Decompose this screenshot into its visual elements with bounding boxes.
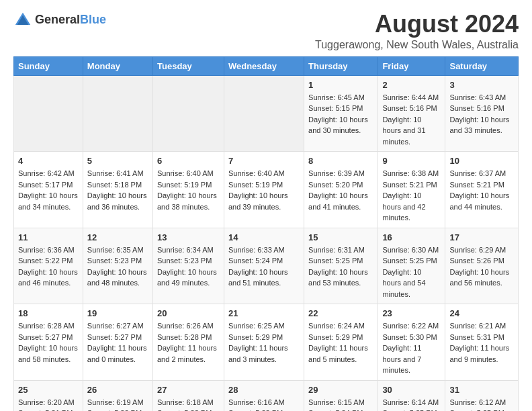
logo: GeneralBlue — [13, 11, 106, 30]
table-row: 16 Sunrise: 6:30 AMSunset: 5:25 PMDaylig… — [378, 228, 445, 304]
table-row: 26 Sunrise: 6:19 AMSunset: 5:32 PMDaylig… — [83, 380, 152, 411]
table-row: 3 Sunrise: 6:43 AMSunset: 5:16 PMDayligh… — [445, 75, 519, 152]
day-info: Sunrise: 6:14 AMSunset: 5:35 PMDaylight:… — [382, 397, 441, 411]
calendar-week-row: 25 Sunrise: 6:20 AMSunset: 5:31 PMDaylig… — [14, 380, 519, 411]
day-info: Sunrise: 6:42 AMSunset: 5:17 PMDaylight:… — [18, 168, 79, 212]
table-row: 8 Sunrise: 6:39 AMSunset: 5:20 PMDayligh… — [304, 152, 378, 228]
day-info: Sunrise: 6:26 AMSunset: 5:28 PMDaylight:… — [157, 320, 220, 365]
day-info: Sunrise: 6:36 AMSunset: 5:22 PMDaylight:… — [18, 244, 79, 289]
day-number: 10 — [449, 156, 514, 166]
day-number: 14 — [228, 232, 300, 242]
table-row: 12 Sunrise: 6:35 AMSunset: 5:23 PMDaylig… — [83, 228, 152, 304]
title-block: August 2024 Tuggerawong, New South Wales… — [315, 11, 519, 51]
day-info: Sunrise: 6:15 AMSunset: 5:34 PMDaylight:… — [308, 397, 373, 411]
day-info: Sunrise: 6:45 AMSunset: 5:15 PMDaylight:… — [308, 92, 373, 136]
day-number: 1 — [308, 80, 373, 90]
calendar-week-row: 18 Sunrise: 6:28 AMSunset: 5:27 PMDaylig… — [14, 304, 519, 381]
table-row: 21 Sunrise: 6:25 AMSunset: 5:29 PMDaylig… — [224, 304, 304, 381]
day-info: Sunrise: 6:16 AMSunset: 5:33 PMDaylight:… — [228, 397, 300, 411]
day-number: 6 — [157, 156, 220, 166]
calendar-header-row: Sunday Monday Tuesday Wednesday Thursday… — [14, 56, 519, 75]
day-number: 16 — [382, 232, 441, 242]
table-row: 24 Sunrise: 6:21 AMSunset: 5:31 PMDaylig… — [445, 304, 519, 381]
day-info: Sunrise: 6:34 AMSunset: 5:23 PMDaylight:… — [157, 244, 220, 289]
table-row: 23 Sunrise: 6:22 AMSunset: 5:30 PMDaylig… — [378, 304, 445, 381]
day-number: 19 — [87, 308, 148, 318]
table-row — [224, 75, 304, 152]
table-row: 7 Sunrise: 6:40 AMSunset: 5:19 PMDayligh… — [224, 152, 304, 228]
day-number: 31 — [449, 385, 514, 395]
table-row: 22 Sunrise: 6:24 AMSunset: 5:29 PMDaylig… — [304, 304, 378, 381]
table-row: 30 Sunrise: 6:14 AMSunset: 5:35 PMDaylig… — [378, 380, 445, 411]
logo-text: GeneralBlue — [35, 13, 106, 27]
day-info: Sunrise: 6:19 AMSunset: 5:32 PMDaylight:… — [87, 397, 148, 411]
day-info: Sunrise: 6:40 AMSunset: 5:19 PMDaylight:… — [228, 168, 300, 212]
day-number: 9 — [382, 156, 441, 166]
day-number: 12 — [87, 232, 148, 242]
day-number: 20 — [157, 308, 220, 318]
table-row: 15 Sunrise: 6:31 AMSunset: 5:25 PMDaylig… — [304, 228, 378, 304]
day-number: 28 — [228, 385, 300, 395]
table-row — [153, 75, 224, 152]
table-row: 2 Sunrise: 6:44 AMSunset: 5:16 PMDayligh… — [378, 75, 445, 152]
table-row — [14, 75, 83, 152]
table-row: 6 Sunrise: 6:40 AMSunset: 5:19 PMDayligh… — [153, 152, 224, 228]
table-row: 11 Sunrise: 6:36 AMSunset: 5:22 PMDaylig… — [14, 228, 83, 304]
day-number: 18 — [18, 308, 79, 318]
day-number: 4 — [18, 156, 79, 166]
page-title: August 2024 — [315, 11, 519, 38]
calendar-week-row: 11 Sunrise: 6:36 AMSunset: 5:22 PMDaylig… — [14, 228, 519, 304]
col-monday: Monday — [83, 56, 152, 75]
day-number: 11 — [18, 232, 79, 242]
logo-icon — [13, 11, 32, 30]
day-info: Sunrise: 6:18 AMSunset: 5:33 PMDaylight:… — [157, 397, 220, 411]
day-info: Sunrise: 6:29 AMSunset: 5:26 PMDaylight:… — [449, 244, 514, 289]
day-info: Sunrise: 6:28 AMSunset: 5:27 PMDaylight:… — [18, 320, 79, 365]
day-number: 7 — [228, 156, 300, 166]
table-row: 9 Sunrise: 6:38 AMSunset: 5:21 PMDayligh… — [378, 152, 445, 228]
calendar-week-row: 1 Sunrise: 6:45 AMSunset: 5:15 PMDayligh… — [14, 75, 519, 152]
day-number: 27 — [157, 385, 220, 395]
col-thursday: Thursday — [304, 56, 378, 75]
day-info: Sunrise: 6:44 AMSunset: 5:16 PMDaylight:… — [382, 92, 441, 148]
day-info: Sunrise: 6:22 AMSunset: 5:30 PMDaylight:… — [382, 320, 441, 376]
day-number: 22 — [308, 308, 373, 318]
day-info: Sunrise: 6:41 AMSunset: 5:18 PMDaylight:… — [87, 168, 148, 212]
table-row: 20 Sunrise: 6:26 AMSunset: 5:28 PMDaylig… — [153, 304, 224, 381]
day-number: 13 — [157, 232, 220, 242]
day-number: 24 — [449, 308, 514, 318]
table-row: 10 Sunrise: 6:37 AMSunset: 5:21 PMDaylig… — [445, 152, 519, 228]
table-row: 19 Sunrise: 6:27 AMSunset: 5:27 PMDaylig… — [83, 304, 152, 381]
table-row: 17 Sunrise: 6:29 AMSunset: 5:26 PMDaylig… — [445, 228, 519, 304]
day-info: Sunrise: 6:25 AMSunset: 5:29 PMDaylight:… — [228, 320, 300, 365]
col-tuesday: Tuesday — [153, 56, 224, 75]
table-row: 5 Sunrise: 6:41 AMSunset: 5:18 PMDayligh… — [83, 152, 152, 228]
day-number: 26 — [87, 385, 148, 395]
day-number: 5 — [87, 156, 148, 166]
day-number: 2 — [382, 80, 441, 90]
page-subtitle: Tuggerawong, New South Wales, Australia — [315, 39, 519, 51]
col-friday: Friday — [378, 56, 445, 75]
table-row: 14 Sunrise: 6:33 AMSunset: 5:24 PMDaylig… — [224, 228, 304, 304]
day-info: Sunrise: 6:20 AMSunset: 5:31 PMDaylight:… — [18, 397, 79, 411]
table-row: 18 Sunrise: 6:28 AMSunset: 5:27 PMDaylig… — [14, 304, 83, 381]
day-info: Sunrise: 6:43 AMSunset: 5:16 PMDaylight:… — [449, 92, 514, 136]
table-row: 31 Sunrise: 6:12 AMSunset: 5:35 PMDaylig… — [445, 380, 519, 411]
day-number: 30 — [382, 385, 441, 395]
day-info: Sunrise: 6:12 AMSunset: 5:35 PMDaylight:… — [449, 397, 514, 411]
day-number: 21 — [228, 308, 300, 318]
day-info: Sunrise: 6:31 AMSunset: 5:25 PMDaylight:… — [308, 244, 373, 289]
day-number: 8 — [308, 156, 373, 166]
table-row: 27 Sunrise: 6:18 AMSunset: 5:33 PMDaylig… — [153, 380, 224, 411]
table-row: 28 Sunrise: 6:16 AMSunset: 5:33 PMDaylig… — [224, 380, 304, 411]
day-info: Sunrise: 6:21 AMSunset: 5:31 PMDaylight:… — [449, 320, 514, 365]
table-row: 25 Sunrise: 6:20 AMSunset: 5:31 PMDaylig… — [14, 380, 83, 411]
day-info: Sunrise: 6:24 AMSunset: 5:29 PMDaylight:… — [308, 320, 373, 365]
day-info: Sunrise: 6:35 AMSunset: 5:23 PMDaylight:… — [87, 244, 148, 289]
day-number: 23 — [382, 308, 441, 318]
day-number: 3 — [449, 80, 514, 90]
day-number: 17 — [449, 232, 514, 242]
col-saturday: Saturday — [445, 56, 519, 75]
table-row: 4 Sunrise: 6:42 AMSunset: 5:17 PMDayligh… — [14, 152, 83, 228]
day-info: Sunrise: 6:38 AMSunset: 5:21 PMDaylight:… — [382, 168, 441, 224]
